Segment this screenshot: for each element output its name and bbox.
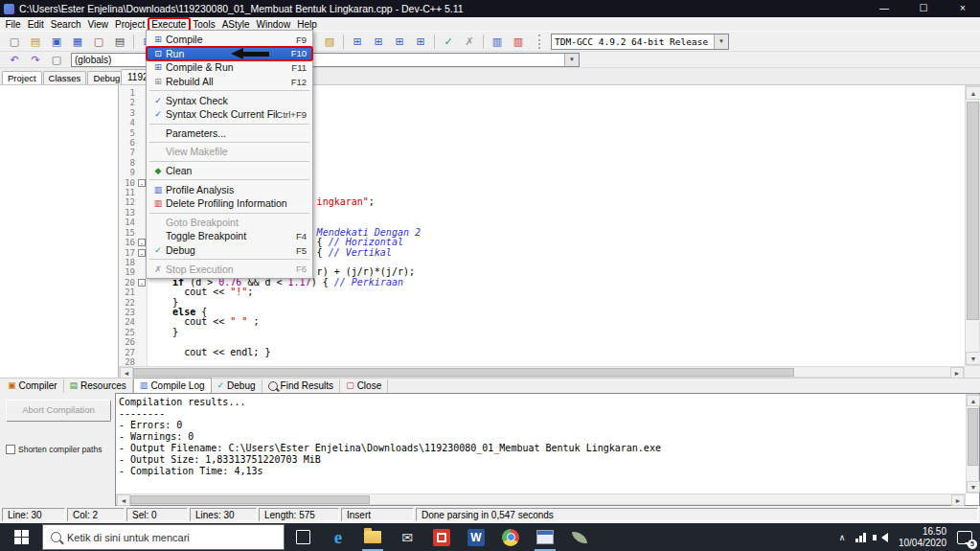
back-button[interactable]: ↶ [4,50,25,69]
execute-menu-item-syntax-check[interactable]: ✓Syntax Check [147,93,312,107]
log-scroll-down-icon[interactable]: ▼ [967,481,980,493]
edge-button[interactable]: e [321,523,355,551]
menu-view[interactable]: View [84,18,112,31]
open-project-button[interactable]: ▨ [319,32,340,51]
window-new-button[interactable]: ⊞ [347,32,368,51]
menu-astyle[interactable]: AStyle [218,18,253,31]
log-scroll-left-icon[interactable]: ◄ [117,494,130,506]
delete-profiling-button[interactable]: ▥ [508,32,529,51]
execute-menu-item-toggle-breakpoint[interactable]: Toggle BreakpointF4 [147,229,312,243]
execute-menu-item-goto-breakpoint[interactable]: Goto Breakpoint [147,216,312,230]
fold-marker[interactable]: - [138,179,146,187]
menu-project[interactable]: Project [112,18,148,31]
maximize-button[interactable]: ☐ [906,0,941,17]
red-app-button[interactable] [424,523,459,551]
execute-menu-item-syntax-check-current-file[interactable]: ✓Syntax Check Current FileCtrl+F9 [147,107,312,122]
menu-window[interactable]: Window [253,18,294,31]
vertical-scroll-thumb[interactable] [967,102,979,320]
scroll-up-icon[interactable]: ▲ [966,86,980,100]
status-message: Done parsing in 0,547 seconds [416,508,978,521]
window-toggle-button[interactable]: ⊞ [389,32,410,51]
execute-menu-item-rebuild-all[interactable]: ⊞Rebuild AllF12 [147,75,312,89]
line-number: 8 [119,158,135,168]
open-file-button[interactable]: ▤ [25,32,46,51]
log-vertical-scroll-thumb[interactable] [968,408,978,466]
goto-declaration-button[interactable]: ▢ [46,50,67,69]
execute-menu-item-stop-execution[interactable]: ✗Stop ExecutionF6 [147,262,312,276]
execute-menu-item-compile-run[interactable]: ⊞Compile & RunF11 [147,60,312,75]
shorten-paths-option[interactable]: Shorten compiler paths [6,445,102,454]
bottom-tab-compiler[interactable]: ▣Compiler [2,379,64,393]
menu-edit[interactable]: Edit [24,18,47,31]
forward-button[interactable]: ↷ [25,50,46,69]
bottom-tab-resources[interactable]: ▤Resources [64,379,133,393]
volume-icon[interactable] [877,533,888,542]
syntax-check-button[interactable]: ✓ [438,32,459,51]
bottom-tab-deb-ug[interactable]: ✓Deb​ug [212,379,262,393]
mail-button[interactable]: ✉ [390,523,424,551]
editor-vertical-scrollbar[interactable]: ▲ ▼ [965,85,980,366]
horizontal-scroll-thumb[interactable] [133,368,794,377]
execute-menu-item-profile-analysis[interactable]: ▥Profile Analysis [147,182,312,196]
chrome-button[interactable] [493,523,528,551]
menu-search[interactable]: Search [47,18,84,31]
menu-execute[interactable]: Execute [148,18,190,31]
close-file-button[interactable]: ▢ [88,32,109,51]
tab-project[interactable]: Project [2,71,42,84]
line-number: 2 [119,98,135,107]
window-insert-button[interactable]: ⊞ [368,32,389,51]
bottom-tab-close[interactable]: ▢Close [340,379,388,393]
menu-help[interactable]: Help [294,18,321,31]
menu-file[interactable]: File [2,18,24,31]
close-button[interactable]: × [946,0,980,17]
status-length: Length: 575 [259,508,339,521]
execute-menu-item-debug[interactable]: ✓DebugF5 [147,243,312,258]
log-scroll-right-icon[interactable]: ► [951,494,965,506]
window-goto-button[interactable]: ⊞ [410,32,431,51]
taskbar-clock[interactable]: 16.50 10/04/2020 [899,526,946,548]
log-vertical-scrollbar[interactable]: ▲ ▼ [966,394,979,494]
abort-compilation-button[interactable]: ✗ [459,32,480,51]
action-center-icon[interactable]: 5 [957,531,972,544]
log-horizontal-scrollbar[interactable]: ◄ ► [116,494,966,505]
fold-marker[interactable]: - [138,239,146,246]
quill-button[interactable] [562,523,597,551]
members-dropdown-arrow-icon[interactable]: ▼ [564,54,579,66]
editor-horizontal-scrollbar[interactable]: ◄ ► [119,366,965,378]
start-button[interactable] [0,523,42,551]
fold-marker[interactable]: - [138,279,146,287]
word-button[interactable]: W [459,523,493,551]
abort-compilation-button[interactable]: Abort Compilation [6,400,111,422]
minimize-button[interactable]: — [867,0,901,17]
menu-debug-icon: ✓ [150,245,166,255]
execute-menu-item-parameters[interactable]: Parameters... [147,126,312,141]
new-file-button[interactable]: ▢ [4,32,25,51]
execute-menu-item-clean[interactable]: ◆Clean [147,164,312,178]
log-scroll-up-icon[interactable]: ▲ [967,395,980,406]
compiler-dropdown-arrow-icon[interactable]: ▼ [714,34,728,49]
project-browser-panel[interactable] [0,85,119,378]
execute-menu-item-view-makefile[interactable]: View Makefile [147,145,312,159]
bottom-tab-find-results[interactable]: Find Results [262,379,341,393]
compiler-dropdown[interactable]: TDM-GCC 4.9.2 64-bit Release ▼ [551,34,729,50]
execute-menu-item-run[interactable]: ⊡RunF10 [147,47,312,61]
shorten-paths-checkbox[interactable] [6,445,15,454]
bottom-tab-compile-log[interactable]: ▥Compile Log [133,378,212,394]
save-all-button[interactable]: ▦ [67,32,88,51]
print-button[interactable]: ▤ [109,32,130,51]
task-view-button[interactable] [285,523,321,551]
hidden-icons-chevron[interactable]: ∧ [839,533,846,542]
fold-marker[interactable]: - [138,249,146,257]
profile-analysis-button[interactable]: ▥ [487,32,508,51]
scroll-down-icon[interactable]: ▼ [966,352,980,365]
tab-classes[interactable]: Classes [43,71,87,84]
devcpp-window-button[interactable] [528,523,562,551]
file-explorer-button[interactable] [355,523,390,551]
taskbar-search-input[interactable]: Ketik di sini untuk mencari [42,524,285,550]
network-icon[interactable] [855,533,866,542]
log-horizontal-scroll-thumb[interactable] [130,495,370,504]
execute-menu-item-delete-profiling-information[interactable]: ▥Delete Profiling Information [147,196,312,211]
menu-tools[interactable]: Tools [190,18,218,31]
execute-menu-item-compile[interactable]: ⊞CompileF9 [147,33,312,47]
save-button[interactable]: ▣ [46,32,67,51]
